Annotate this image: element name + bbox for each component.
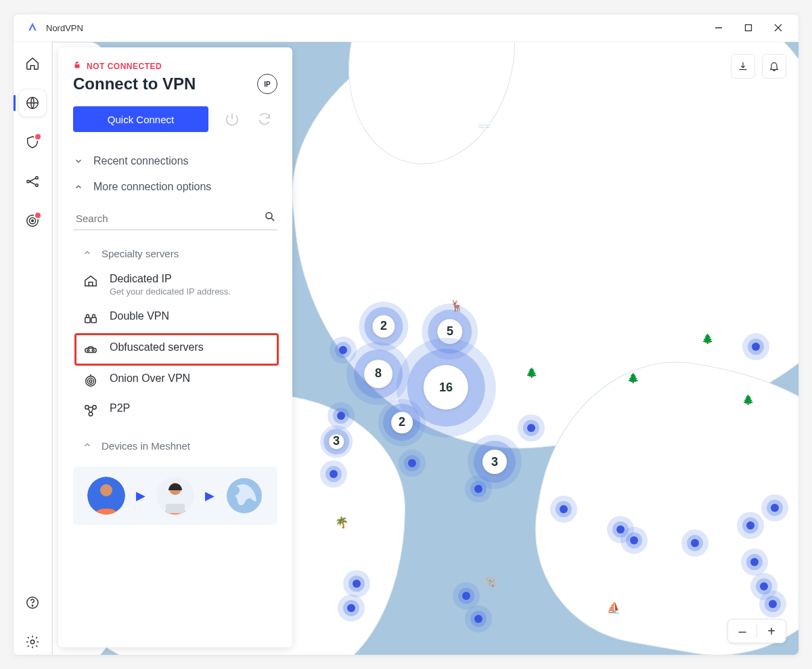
- map-server-node[interactable]: [630, 536, 638, 544]
- map-server-node[interactable]: [769, 600, 777, 608]
- svg-point-13: [30, 640, 35, 644]
- notification-dot-icon: [34, 211, 42, 219]
- palm-icon: 🌴: [335, 516, 348, 529]
- nav-dark-web[interactable]: [19, 207, 46, 234]
- meshnet-promo[interactable]: ▶ ▶: [58, 458, 292, 533]
- recent-connections-label: Recent connections: [93, 155, 189, 167]
- boat-icon: ⛵: [607, 601, 621, 614]
- meshnet-devices-label: Devices in Meshnet: [102, 440, 190, 452]
- panel-heading: Connect to VPN: [73, 74, 196, 93]
- svg-rect-31: [166, 504, 185, 513]
- avatar-icon: [156, 477, 194, 515]
- server-list-scroll[interactable]: Specialty servers Dedicated IP Get your …: [58, 238, 292, 647]
- arrow-icon: ▶: [136, 488, 145, 503]
- window-maximize-button[interactable]: [734, 14, 763, 41]
- map-server-node[interactable]: [330, 470, 338, 478]
- cluster-count: 2: [391, 412, 413, 433]
- svg-point-26: [89, 412, 93, 416]
- svg-point-22: [87, 378, 93, 384]
- svg-point-6: [36, 177, 39, 179]
- nav-help[interactable]: [19, 589, 46, 616]
- map-cluster[interactable]: 16: [424, 365, 468, 410]
- map-server-node[interactable]: [408, 459, 416, 467]
- titlebar: NordVPN: [14, 14, 798, 42]
- unlock-icon: [73, 61, 81, 71]
- search-input[interactable]: [74, 212, 264, 225]
- server-dedicated-ip[interactable]: Dedicated IP Get your dedicated IP addre…: [58, 266, 292, 303]
- svg-point-20: [92, 349, 94, 351]
- download-button[interactable]: [731, 54, 755, 79]
- map-server-node[interactable]: [337, 412, 345, 420]
- map-server-node[interactable]: [527, 424, 535, 432]
- map-server-node[interactable]: [474, 615, 482, 623]
- notifications-button[interactable]: [762, 54, 786, 79]
- map-server-node[interactable]: [616, 525, 625, 534]
- svg-rect-1: [746, 25, 752, 31]
- double-lock-icon: [83, 310, 99, 326]
- arrow-icon: ▶: [205, 488, 215, 503]
- meshnet-devices-toggle[interactable]: Devices in Meshnet: [58, 431, 292, 458]
- more-options-toggle[interactable]: More connection options: [73, 178, 277, 204]
- svg-point-10: [32, 220, 34, 222]
- map-cluster[interactable]: 3: [329, 434, 344, 449]
- nav-home[interactable]: [19, 50, 46, 77]
- map-server-node[interactable]: [560, 505, 568, 513]
- app-logo-icon: [26, 21, 39, 35]
- nav-vpn[interactable]: [19, 89, 46, 116]
- connection-panel: NOT CONNECTED Connect to VPN IP Quick Co…: [58, 47, 292, 647]
- chevron-up-icon: [83, 440, 92, 452]
- map-cluster[interactable]: 3: [482, 450, 507, 474]
- specialty-servers-toggle[interactable]: Specialty servers: [58, 238, 292, 266]
- map-cluster[interactable]: 2: [391, 412, 413, 433]
- recent-connections-toggle[interactable]: Recent connections: [73, 144, 277, 178]
- server-obfuscated[interactable]: Obfuscated servers: [76, 334, 277, 364]
- svg-point-28: [100, 484, 112, 496]
- more-options-label: More connection options: [93, 181, 211, 193]
- globe-icon: [225, 477, 263, 515]
- chevron-up-icon: [73, 181, 84, 192]
- map-server-node[interactable]: [347, 604, 355, 612]
- nav-threat-protection[interactable]: [19, 129, 46, 156]
- nav-meshnet[interactable]: [19, 168, 46, 195]
- map-server-node[interactable]: [353, 580, 361, 588]
- connection-status: NOT CONNECTED: [73, 61, 277, 71]
- chevron-up-icon: [83, 248, 92, 259]
- map-server-node[interactable]: [771, 504, 779, 512]
- map-server-node[interactable]: [760, 582, 768, 590]
- app-title: NordVPN: [46, 23, 83, 33]
- cluster-count: 8: [364, 360, 392, 388]
- map-server-node[interactable]: [746, 521, 754, 530]
- svg-point-19: [87, 349, 89, 351]
- cluster-count: 16: [424, 365, 468, 410]
- map-cluster[interactable]: 8: [364, 360, 392, 388]
- cluster-count: 3: [482, 450, 507, 474]
- svg-point-12: [32, 605, 32, 606]
- zoom-in-button[interactable]: +: [757, 620, 786, 643]
- reconnect-button[interactable]: [256, 110, 273, 128]
- zoom-out-button[interactable]: –: [728, 620, 757, 643]
- ip-info-button[interactable]: IP: [257, 74, 277, 94]
- window-close-button[interactable]: [763, 14, 793, 41]
- svg-rect-17: [91, 318, 96, 322]
- tree-icon: 🌲: [702, 333, 713, 344]
- pause-button[interactable]: [223, 110, 241, 128]
- map-server-node[interactable]: [462, 592, 470, 600]
- server-p2p[interactable]: P2P: [58, 395, 292, 425]
- map-server-node[interactable]: [752, 343, 760, 351]
- quick-connect-button[interactable]: Quick Connect: [73, 106, 208, 132]
- svg-point-7: [36, 184, 39, 187]
- window-minimize-button[interactable]: [704, 14, 734, 41]
- server-search[interactable]: [73, 207, 277, 230]
- map-server-node[interactable]: [339, 346, 347, 354]
- server-double-vpn[interactable]: Double VPN: [58, 303, 292, 333]
- elephant-icon: 🐘: [485, 576, 499, 588]
- server-onion[interactable]: Onion Over VPN: [58, 366, 292, 395]
- server-label: Dedicated IP: [110, 273, 231, 285]
- nav-settings[interactable]: [19, 628, 46, 655]
- map-cluster[interactable]: 2: [372, 315, 394, 337]
- map-server-node[interactable]: [474, 485, 482, 493]
- map-server-node[interactable]: [691, 539, 699, 547]
- tree-icon: 🌲: [742, 394, 754, 405]
- cluster-count: 2: [372, 315, 394, 337]
- map-server-node[interactable]: [750, 558, 759, 566]
